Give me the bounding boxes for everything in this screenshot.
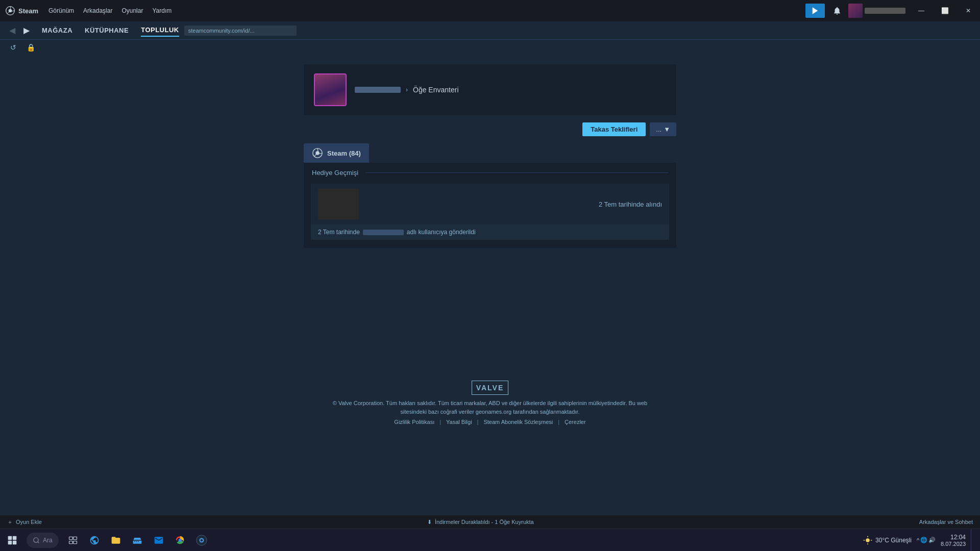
more-options-button[interactable]: ... ▼ [650,122,676,136]
add-game-button[interactable]: ＋ Oyun Ekle [7,518,42,526]
svg-point-9 [34,537,38,542]
friends-label: Arkadaşlar ve Sohbet [919,519,973,525]
tray-expand-icon[interactable]: ^ [917,537,919,543]
plus-icon: ＋ [7,518,13,526]
nav-bar: ◀ ▶ MAĞAZA KÜTÜPHANE TOPLULUK steamcommu… [0,21,980,40]
svg-rect-7 [8,540,12,544]
downloads-label: İndirmeler Duraklatıldı - 1 Öğe Kuyrukta [435,519,534,525]
footer-link-privacy[interactable]: Gizlilik Politikası [394,419,434,425]
search-label: Ara [43,537,53,544]
username-display [865,8,905,14]
mail-icon[interactable] [149,529,169,552]
valve-label: VALVE [476,384,504,392]
tab-store[interactable]: MAĞAZA [42,24,72,36]
gift-received-date: 2 Tem tarihinde alındı [599,201,662,208]
store-icon[interactable] [127,529,148,552]
profile-avatar [314,73,347,106]
svg-rect-5 [8,536,12,540]
network-icon: 🌐 [920,537,927,543]
system-tray-icons: ^ 🌐 🔊 [917,537,936,543]
menu-games[interactable]: Oyunlar [121,7,143,14]
svg-point-18 [200,539,203,541]
volume-icon: 🔊 [928,537,936,543]
page-footer: VALVE © Valve Corporation. Tüm hakları s… [0,381,980,430]
title-bar-right: — ⬜ ✕ [805,0,980,21]
footer-links: Gizlilik Politikası | Yasal Bilgi | Stea… [394,419,585,425]
broadcast-button[interactable] [805,4,825,18]
main-content: › Öğe Envanteri Takas Teklifleri ... ▼ S… [0,55,980,430]
footer-link-agreement[interactable]: Steam Abonelik Sözleşmesi [483,419,553,425]
friends-chat-button[interactable]: Arkadaşlar ve Sohbet [919,519,973,525]
gift-card-main: 2 Tem tarihinde alındı [311,184,669,224]
menu-friends[interactable]: Arkadaşlar [83,7,112,14]
minimize-button[interactable]: — [910,0,933,21]
start-button[interactable] [0,529,24,552]
inventory-label: Öğe Envanteri [413,86,459,94]
app-title: Steam [18,7,38,15]
refresh-button[interactable]: ↺ [7,41,19,54]
notification-button[interactable] [828,0,846,21]
downloads-status[interactable]: ⬇ İndirmeler Duraklatıldı - 1 Öğe Kuyruk… [427,519,534,525]
edge-browser-icon[interactable] [84,529,105,552]
window-controls: — ⬜ ✕ [910,0,980,21]
title-bar-menu: Görünüm Arkadaşlar Oyunlar Yardım [48,7,172,14]
gift-recipient-name [363,230,404,235]
svg-rect-13 [69,541,72,543]
svg-rect-12 [73,537,77,539]
taskbar-left: Ara [0,529,212,552]
gift-card-info: 2 Tem tarihinde alındı [359,201,662,208]
footer-link-legal[interactable]: Yasal Bilgi [446,419,472,425]
gift-sent-suffix: adlı kullanıcıya gönderildi [407,229,476,236]
title-bar-left: Steam Görünüm Arkadaşlar Oyunlar Yardım [5,6,172,16]
taskbar-search[interactable]: Ara [27,533,59,548]
clock[interactable]: 12:04 8.07.2023 [941,534,966,547]
menu-help[interactable]: Yardım [152,7,172,14]
weather-widget[interactable]: 30°C Güneşli [863,536,912,545]
tab-library[interactable]: KÜTÜPHANE [85,24,129,36]
show-desktop-button[interactable] [971,529,975,552]
valve-logo: VALVE [472,381,509,395]
trade-offers-button[interactable]: Takas Teklifleri [582,122,646,136]
tab-community[interactable]: TOPLULUK [141,24,179,37]
steam-tab-icon [312,147,323,159]
task-view-button[interactable] [63,529,83,552]
footer-sep-2: | [477,419,479,425]
profile-header: › Öğe Envanteri [304,64,676,115]
maximize-button[interactable]: ⬜ [933,0,957,21]
url-bar[interactable]: steamcommunity.com/id/... [184,26,297,36]
steam-logo-icon [5,6,15,16]
file-explorer-icon[interactable] [106,529,126,552]
url-text: steamcommunity.com/id/... [188,28,255,34]
weather-temp: 30°C Güneşli [875,537,912,544]
add-game-label: Oyun Ekle [16,519,42,525]
menu-view[interactable]: Görünüm [48,7,74,14]
footer-sep-1: | [439,419,441,425]
gift-section: Hediye Geçmişi 2 Tem tarihinde alındı 2 … [304,163,676,248]
download-icon: ⬇ [427,519,432,525]
breadcrumb-separator: › [406,86,408,93]
taskbar-right: 30°C Güneşli ^ 🌐 🔊 12:04 8.07.2023 [863,529,980,552]
taskbar: Ara [0,529,980,551]
clock-date: 8.07.2023 [941,541,966,547]
steam-taskbar-icon[interactable] [191,529,212,552]
svg-rect-6 [13,536,17,540]
steam-tab[interactable]: Steam (84) [304,143,369,163]
close-button[interactable]: ✕ [957,0,980,21]
svg-rect-8 [13,540,17,544]
gift-sent-prefix: 2 Tem tarihinde [318,229,360,236]
back-button[interactable]: ◀ [5,23,19,38]
chrome-icon[interactable] [170,529,190,552]
steam-tab-bar: Steam (84) [304,143,676,163]
home-button[interactable]: 🔒 [24,41,37,54]
footer-sep-3: | [558,419,559,425]
forward-button[interactable]: ▶ [19,23,34,38]
user-avatar [848,4,863,18]
steam-tab-label: Steam (84) [327,149,361,157]
footer-copyright: © Valve Corporation. Tüm hakları saklıdı… [322,399,658,416]
profile-username[interactable] [355,87,401,93]
clock-time: 12:04 [950,534,966,541]
taskbar-pinned-icons [63,529,212,552]
footer-link-cookies[interactable]: Çerezler [565,419,586,425]
chevron-down-icon: ▼ [664,126,670,133]
gift-card-image [318,189,359,219]
